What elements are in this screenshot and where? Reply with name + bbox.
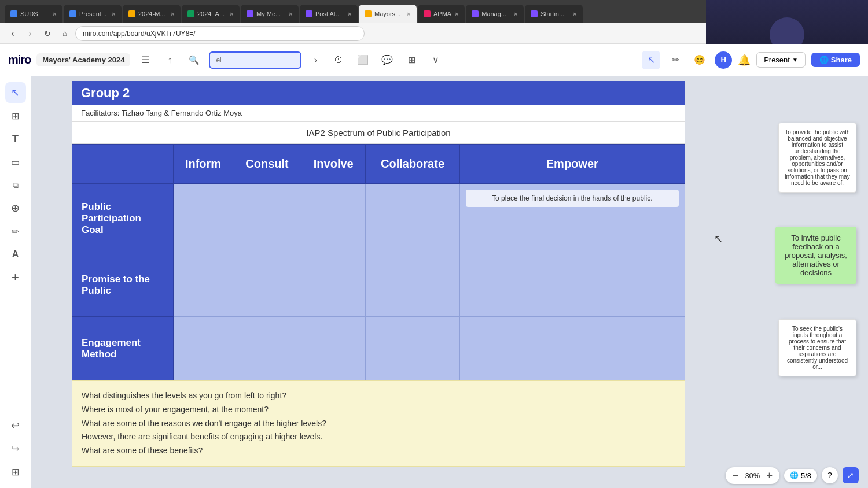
tab-close-suds[interactable]: ✕ xyxy=(52,11,57,17)
add-tool[interactable]: + xyxy=(5,267,26,288)
tab-apma[interactable]: APMA ✕ xyxy=(418,5,465,23)
pen-tool-icon[interactable]: ✏ xyxy=(666,51,685,69)
bell-icon[interactable]: 🔔 xyxy=(738,54,751,66)
tab-close-present[interactable]: ✕ xyxy=(111,11,116,17)
cell-consult-ptp[interactable] xyxy=(233,253,301,317)
fit-button[interactable]: ⤢ xyxy=(843,467,859,483)
tab-2024a[interactable]: 2024_A... ✕ xyxy=(182,5,240,23)
undo-button[interactable]: ↩ xyxy=(5,415,26,436)
back-button[interactable]: ‹ xyxy=(6,27,20,40)
cursor-tool-icon[interactable]: ↖ xyxy=(642,51,660,69)
cell-involve-ptp[interactable] xyxy=(301,253,366,317)
connect-tool[interactable]: ⊕ xyxy=(5,198,26,219)
cell-involve-em[interactable] xyxy=(301,317,366,380)
cell-inform-ptp[interactable] xyxy=(174,253,233,317)
zoom-level: 30% xyxy=(742,471,763,480)
cell-empower-em[interactable] xyxy=(459,317,685,380)
tab-2024m[interactable]: 2024-M... ✕ xyxy=(123,5,181,23)
reload-button[interactable]: ↻ xyxy=(41,27,54,40)
cell-collaborate-ppg[interactable] xyxy=(366,184,459,253)
facilitators-bar: Facilitators: Tizhao Tang & Fernando Ort… xyxy=(72,105,685,121)
apps-tool[interactable]: ⊞ xyxy=(5,461,26,482)
tab-favicon-apma xyxy=(424,10,431,17)
tab-present[interactable]: Present... ✕ xyxy=(64,5,122,23)
table-header-empower: Empower xyxy=(459,145,685,184)
row-label-em: Engagement Method xyxy=(72,317,174,380)
reaction-icon[interactable]: 😊 xyxy=(690,51,709,69)
cell-collaborate-em[interactable] xyxy=(366,317,459,380)
zoom-plus-button[interactable]: + xyxy=(766,469,773,482)
tab-close-2024m[interactable]: ✕ xyxy=(170,11,175,17)
upload-icon[interactable]: ↑ xyxy=(160,51,179,69)
collapse-icon[interactable]: ∨ xyxy=(426,51,445,69)
tab-close-2024a[interactable]: ✕ xyxy=(229,11,234,17)
text-tool[interactable]: T xyxy=(5,128,26,149)
search-input[interactable] xyxy=(209,51,301,69)
question-2: Where is most of your engagement, at the… xyxy=(82,403,675,417)
tab-manag[interactable]: Manag... ✕ xyxy=(466,5,524,23)
question-3: What are some of the reasons we don't en… xyxy=(82,417,675,431)
sticky-note-white2[interactable]: To seek the public's inputs throughout a… xyxy=(778,319,856,376)
share-button[interactable]: 🌐 Share xyxy=(811,53,860,67)
pen-tool[interactable]: ✏ xyxy=(5,221,26,242)
iap2-table: Inform Consult Involve Collaborate Empow… xyxy=(72,144,685,380)
page-counter[interactable]: 🌐 5/8 xyxy=(784,469,817,482)
home-button[interactable]: ⌂ xyxy=(58,27,72,40)
cell-empower-ppg[interactable]: To place the final decision in the hands… xyxy=(459,184,685,253)
address-bar[interactable]: miro.com/app/board/uXjVKTr7UY8=/ xyxy=(75,26,365,41)
empower-ppg-note: To place the final decision in the hands… xyxy=(466,190,679,207)
question-1: What distinguishes the levels as you go … xyxy=(82,389,675,403)
table-row-em: Engagement Method xyxy=(72,317,685,380)
present-button[interactable]: Present ▼ xyxy=(756,52,806,68)
sticky-note-white1[interactable]: To provide the public with balanced and … xyxy=(778,123,856,193)
tab-close-apma[interactable]: ✕ xyxy=(454,11,459,17)
tab-favicon-2024m xyxy=(128,10,135,17)
table-icon[interactable]: ⊞ xyxy=(402,51,421,69)
zoom-controls: − 30% + xyxy=(726,467,779,484)
search-icon[interactable]: 🔍 xyxy=(185,51,203,69)
redo-button[interactable]: ↪ xyxy=(5,438,26,459)
tab-starting[interactable]: Startin... ✕ xyxy=(525,5,583,23)
canvas-area[interactable]: Group 2 Facilitators: Tizhao Tang & Fern… xyxy=(31,76,868,488)
cursor-tool[interactable]: ↖ xyxy=(5,82,26,103)
help-button[interactable]: ? xyxy=(822,467,838,483)
note-tool[interactable]: ▭ xyxy=(5,151,26,172)
tab-close-manag[interactable]: ✕ xyxy=(513,11,518,17)
menu-icon[interactable]: ☰ xyxy=(136,51,155,69)
table-header-inform: Inform xyxy=(174,145,233,184)
zoom-minus-button[interactable]: − xyxy=(733,469,739,482)
bottom-questions: What distinguishes the levels as you go … xyxy=(72,380,685,467)
cell-consult-ppg[interactable] xyxy=(233,184,301,253)
miro-header: miro Mayors' Academy 2024 ☰ ↑ 🔍 › ⏱ ⬜ 💬 … xyxy=(0,44,868,76)
tab-postat[interactable]: Post At... ✕ xyxy=(300,5,358,23)
tab-close-myme[interactable]: ✕ xyxy=(288,11,293,17)
forward-button[interactable]: › xyxy=(23,27,37,40)
cell-collaborate-ptp[interactable] xyxy=(366,253,459,317)
cell-inform-ppg[interactable] xyxy=(174,184,233,253)
cell-inform-em[interactable] xyxy=(174,317,233,380)
tab-label-mayors: Mayors... xyxy=(374,10,403,17)
cell-empower-ptp[interactable] xyxy=(459,253,685,317)
frame-icon[interactable]: ⬜ xyxy=(354,51,372,69)
table-header-involve: Involve xyxy=(301,145,366,184)
board-title[interactable]: Mayors' Academy 2024 xyxy=(36,53,130,66)
tab-close-starting[interactable]: ✕ xyxy=(572,11,577,17)
timer-icon[interactable]: ⏱ xyxy=(329,51,348,69)
miro-logo[interactable]: miro xyxy=(8,53,31,66)
tab-close-postat[interactable]: ✕ xyxy=(347,11,352,17)
table-header-consult: Consult xyxy=(233,145,301,184)
marker-tool[interactable]: A xyxy=(5,244,26,265)
cell-consult-em[interactable] xyxy=(233,317,301,380)
layers-tool[interactable]: ⧉ xyxy=(5,175,26,195)
tab-close-mayors[interactable]: ✕ xyxy=(406,11,411,17)
sticky-note-green[interactable]: To invite public feedback on a proposal,… xyxy=(775,227,856,284)
avatar[interactable]: H xyxy=(715,51,732,69)
grid-tool[interactable]: ⊞ xyxy=(5,105,26,126)
cell-involve-ppg[interactable] xyxy=(301,184,366,253)
arrow-right-icon[interactable]: › xyxy=(307,52,323,68)
bottom-toolbar: − 30% + 🌐 5/8 ? ⤢ xyxy=(31,463,868,488)
tab-suds[interactable]: SUDS ✕ xyxy=(5,5,62,23)
comment-icon[interactable]: 💬 xyxy=(378,51,396,69)
tab-myme[interactable]: My Me... ✕ xyxy=(241,5,299,23)
tab-mayors[interactable]: Mayors... ✕ xyxy=(359,5,417,23)
